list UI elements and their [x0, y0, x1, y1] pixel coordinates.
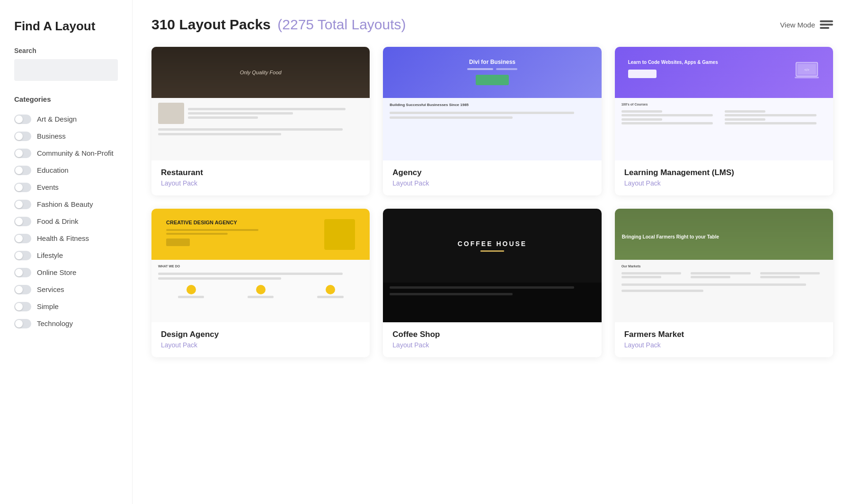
category-label-food-drink: Food & Drink	[37, 217, 79, 226]
sidebar-item-simple[interactable]: Simple	[14, 298, 118, 315]
toggle-lifestyle[interactable]	[14, 251, 31, 260]
category-label-community-non-profit: Community & Non-Profit	[37, 149, 114, 158]
toggle-food-drink[interactable]	[14, 217, 31, 226]
category-label-simple: Simple	[37, 302, 59, 311]
card-preview-farmers-market: Bringing Local Farmers Right to your Tab…	[615, 209, 833, 322]
toggle-services[interactable]	[14, 285, 31, 294]
farmers-preview-content: Our Markets	[615, 260, 833, 322]
categories-list: Art & DesignBusinessCommunity & Non-Prof…	[14, 111, 118, 332]
search-label: Search	[14, 47, 118, 54]
coffee-preview-content	[383, 283, 601, 322]
sidebar-item-events[interactable]: Events	[14, 179, 118, 196]
svg-rect-2	[795, 77, 819, 79]
toggle-business[interactable]	[14, 132, 31, 141]
card-preview-agency: Divi for Business Building Successful Bu…	[383, 47, 601, 160]
coffee-preview-header: COFFEE HOUSE	[383, 209, 601, 283]
card-name-design-agency: Design Agency	[161, 330, 360, 339]
agency-preview-content: Building Successful Businesses Since 198…	[383, 98, 601, 160]
sidebar-item-health-fitness[interactable]: Health & Fitness	[14, 230, 118, 247]
card-type-design-agency: Layout Pack	[161, 341, 360, 349]
sidebar-item-education[interactable]: Education	[14, 162, 118, 179]
categories-label: Categories	[14, 95, 118, 103]
layout-card-farmers-market[interactable]: Bringing Local Farmers Right to your Tab…	[615, 209, 833, 357]
main-content: 310 Layout Packs (2275 Total Layouts) Vi…	[133, 0, 852, 504]
card-name-agency: Agency	[392, 168, 592, 177]
layout-card-design-agency[interactable]: CREATIVE DESIGN AGENCY WHAT WE DO	[151, 209, 370, 357]
card-body-farmers-market: Farmers Market Layout Pack	[615, 322, 833, 357]
category-label-online-store: Online Store	[37, 268, 76, 277]
card-type-lms: Layout Pack	[624, 179, 824, 187]
card-body-lms: Learning Management (LMS) Layout Pack	[615, 160, 833, 195]
restaurant-thumb	[158, 103, 184, 124]
toggle-fashion-beauty[interactable]	[14, 200, 31, 209]
card-preview-coffee-shop: COFFEE HOUSE	[383, 209, 601, 322]
design-agency-preview-content: WHAT WE DO	[151, 260, 370, 322]
toggle-education[interactable]	[14, 166, 31, 175]
sidebar-item-community-non-profit[interactable]: Community & Non-Profit	[14, 145, 118, 162]
laptop-illustration: </>	[794, 59, 820, 83]
sidebar-item-technology[interactable]: Technology	[14, 315, 118, 332]
layout-card-restaurant[interactable]: Only Quality Food	[151, 47, 370, 195]
sidebar-item-lifestyle[interactable]: Lifestyle	[14, 247, 118, 264]
category-label-events: Events	[37, 183, 59, 192]
sidebar-item-art-design[interactable]: Art & Design	[14, 111, 118, 128]
restaurant-preview-header: Only Quality Food	[151, 47, 370, 98]
packs-count: 310 Layout Packs	[151, 17, 271, 32]
svg-text:</>: </>	[804, 68, 809, 72]
card-type-agency: Layout Pack	[392, 179, 592, 187]
layout-card-coffee-shop[interactable]: COFFEE HOUSE Coffee Shop Layout Pack	[383, 209, 601, 357]
sidebar-item-online-store[interactable]: Online Store	[14, 264, 118, 281]
category-label-lifestyle: Lifestyle	[37, 251, 63, 260]
card-name-coffee-shop: Coffee Shop	[392, 330, 592, 339]
main-title-group: 310 Layout Packs (2275 Total Layouts)	[151, 17, 406, 33]
category-label-fashion-beauty: Fashion & Beauty	[37, 200, 93, 209]
agency-preview-header: Divi for Business	[383, 47, 601, 98]
toggle-community-non-profit[interactable]	[14, 149, 31, 158]
card-preview-lms: Learn to Code Websites, Apps & Games </>	[615, 47, 833, 160]
layout-card-lms[interactable]: Learn to Code Websites, Apps & Games </>	[615, 47, 833, 195]
card-body-agency: Agency Layout Pack	[383, 160, 601, 195]
sidebar: Find A Layout Search Categories Art & De…	[0, 0, 133, 504]
toggle-simple[interactable]	[14, 302, 31, 311]
card-name-farmers-market: Farmers Market	[624, 330, 824, 339]
card-type-restaurant: Layout Pack	[161, 179, 360, 187]
layout-card-agency[interactable]: Divi for Business Building Successful Bu…	[383, 47, 601, 195]
card-preview-design-agency: CREATIVE DESIGN AGENCY WHAT WE DO	[151, 209, 370, 322]
layouts-grid: Only Quality Food	[151, 47, 833, 357]
view-mode-button[interactable]: View Mode	[780, 19, 833, 30]
category-label-services: Services	[37, 285, 64, 294]
sidebar-item-services[interactable]: Services	[14, 281, 118, 298]
toggle-events[interactable]	[14, 183, 31, 192]
sidebar-item-business[interactable]: Business	[14, 128, 118, 145]
toggle-art-design[interactable]	[14, 115, 31, 124]
card-body-coffee-shop: Coffee Shop Layout Pack	[383, 322, 601, 357]
grid-view-icon	[820, 19, 833, 30]
card-type-coffee-shop: Layout Pack	[392, 341, 592, 349]
toggle-technology[interactable]	[14, 319, 31, 328]
total-layouts: (2275 Total Layouts)	[277, 17, 406, 32]
card-name-restaurant: Restaurant	[161, 168, 360, 177]
design-agency-preview-header: CREATIVE DESIGN AGENCY	[151, 209, 370, 260]
sidebar-title: Find A Layout	[14, 19, 118, 34]
category-label-art-design: Art & Design	[37, 115, 77, 124]
card-body-design-agency: Design Agency Layout Pack	[151, 322, 370, 357]
card-body-restaurant: Restaurant Layout Pack	[151, 160, 370, 195]
restaurant-preview-content	[151, 98, 370, 160]
category-label-business: Business	[37, 132, 66, 141]
card-preview-restaurant: Only Quality Food	[151, 47, 370, 160]
category-label-technology: Technology	[37, 319, 73, 328]
card-name-lms: Learning Management (LMS)	[624, 168, 824, 177]
category-label-health-fitness: Health & Fitness	[37, 234, 89, 243]
sidebar-item-fashion-beauty[interactable]: Fashion & Beauty	[14, 196, 118, 213]
card-type-farmers-market: Layout Pack	[624, 341, 824, 349]
main-header: 310 Layout Packs (2275 Total Layouts) Vi…	[151, 17, 833, 33]
view-mode-label: View Mode	[780, 21, 815, 29]
farmers-preview-header: Bringing Local Farmers Right to your Tab…	[615, 209, 833, 265]
search-input[interactable]	[14, 59, 118, 81]
toggle-online-store[interactable]	[14, 268, 31, 277]
toggle-health-fitness[interactable]	[14, 234, 31, 243]
category-label-education: Education	[37, 166, 69, 175]
sidebar-item-food-drink[interactable]: Food & Drink	[14, 213, 118, 230]
lms-preview-header: Learn to Code Websites, Apps & Games </>	[615, 47, 833, 98]
lms-preview-content: 100's of Courses	[615, 98, 833, 160]
